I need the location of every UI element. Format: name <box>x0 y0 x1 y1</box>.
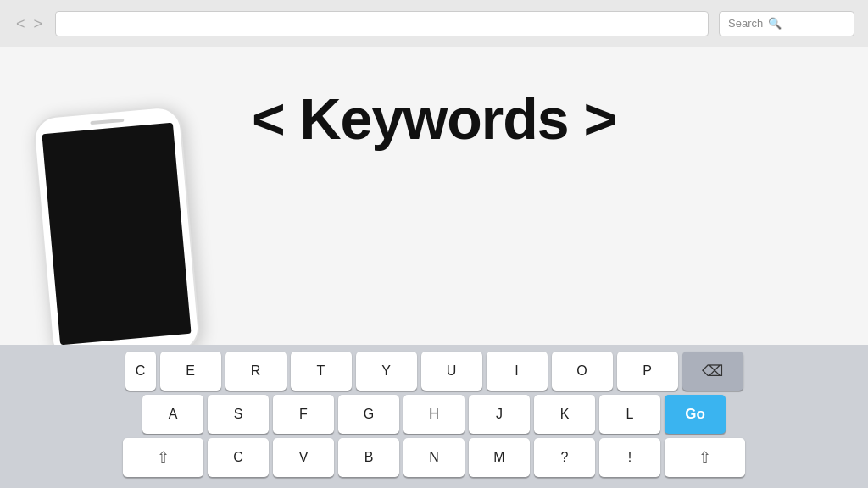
key-z[interactable]: C <box>208 438 269 477</box>
search-icon: 🔍 <box>768 17 782 30</box>
key-i[interactable]: O <box>552 352 613 391</box>
key-s[interactable]: S <box>208 395 269 434</box>
key-t[interactable]: Y <box>356 352 417 391</box>
keyboard-row-3: ⇧ C V B N M ? ! ⇧ <box>0 438 868 477</box>
keyboard-row-2: A S F G H J K L Go <box>0 395 868 434</box>
key-a[interactable]: A <box>142 395 203 434</box>
nav-buttons: < > <box>14 16 45 31</box>
key-o[interactable]: P <box>617 352 678 391</box>
search-box[interactable]: Search 🔍 <box>719 11 854 36</box>
keyboard-row-1: C E R T Y U I O P ⌫ <box>0 352 868 391</box>
key-c[interactable]: B <box>338 438 399 477</box>
phone-speaker <box>90 119 124 125</box>
key-e[interactable]: R <box>225 352 287 391</box>
key-g[interactable]: H <box>403 395 465 434</box>
address-bar[interactable] <box>55 11 709 36</box>
shift-left-key[interactable]: ⇧ <box>123 438 203 477</box>
shift-right-key[interactable]: ⇧ <box>665 438 745 477</box>
key-f[interactable]: G <box>338 395 399 434</box>
key-w[interactable]: E <box>160 352 221 391</box>
key-k[interactable]: L <box>599 395 660 434</box>
key-q[interactable]: C <box>125 352 156 391</box>
key-u[interactable]: I <box>487 352 548 391</box>
keyboard: C E R T Y U I O P ⌫ A S F G H J K L Go ⇧… <box>0 345 868 488</box>
key-exclaim[interactable]: ! <box>599 438 660 477</box>
keywords-headline: < Keywords > <box>252 90 616 147</box>
key-question[interactable]: ? <box>534 438 595 477</box>
go-key[interactable]: Go <box>665 395 726 434</box>
key-b[interactable]: M <box>469 438 530 477</box>
back-button[interactable]: < <box>14 16 28 31</box>
forward-button[interactable]: > <box>31 16 46 31</box>
key-y[interactable]: U <box>421 352 482 391</box>
main-content: < Keywords > C E R T Y U I O P ⌫ A S F G… <box>0 47 868 488</box>
phone-device <box>32 105 202 363</box>
delete-key[interactable]: ⌫ <box>682 352 743 391</box>
key-x[interactable]: V <box>273 438 334 477</box>
browser-bar: < > Search 🔍 <box>0 0 868 47</box>
key-d[interactable]: F <box>273 395 334 434</box>
key-v[interactable]: N <box>403 438 465 477</box>
key-h[interactable]: J <box>469 395 530 434</box>
key-j[interactable]: K <box>534 395 595 434</box>
phone-screen <box>42 123 191 346</box>
search-label: Search <box>728 17 763 30</box>
key-r[interactable]: T <box>291 352 352 391</box>
